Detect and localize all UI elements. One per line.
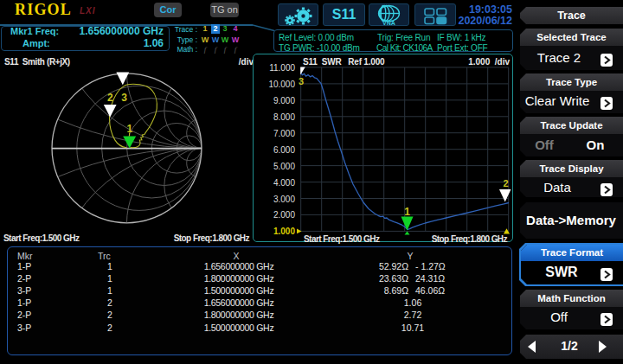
svg-text:3: 3 [299, 76, 304, 86]
svg-text:2: 2 [504, 178, 509, 188]
svg-text:2: 2 [107, 92, 113, 104]
svg-text:VNA: VNA [382, 20, 395, 26]
svg-text:3: 3 [121, 92, 127, 104]
svg-text:1: 1 [404, 206, 410, 218]
svg-text:1: 1 [126, 123, 132, 135]
